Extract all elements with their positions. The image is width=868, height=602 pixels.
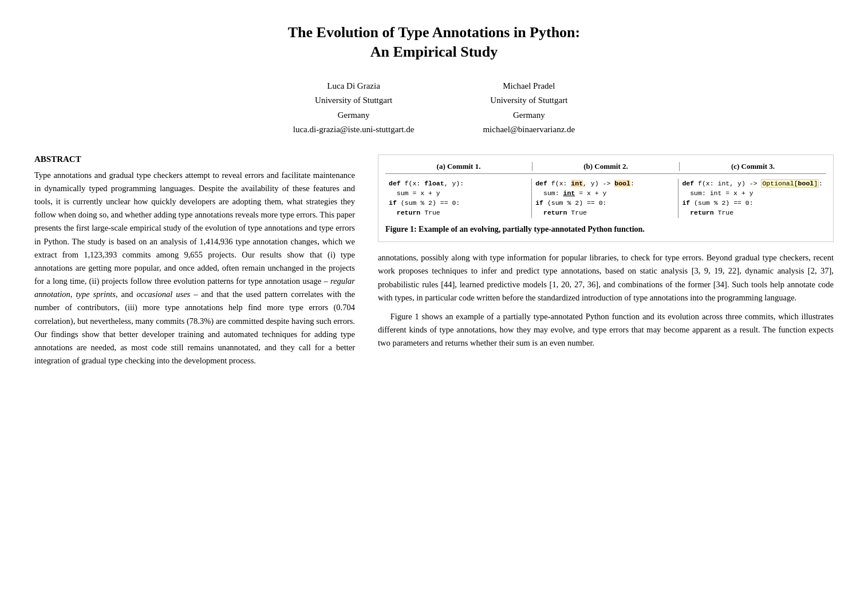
author-2-name: Michael Pradel [483, 79, 575, 94]
author-1-name: Luca Di Grazia [293, 79, 415, 94]
body-paragraph-1: annotations, possibly along with type in… [378, 251, 834, 304]
commit-a-label: (a) Commit 1. [385, 162, 532, 171]
figure-code-row: def f(x: float, y): sum = x + y if (sum … [385, 179, 826, 218]
author-1: Luca Di Grazia University of Stuttgart G… [293, 79, 415, 137]
author-1-country: Germany [293, 108, 415, 123]
figure-caption: Figure 1: Example of an evolving, partia… [385, 224, 826, 235]
figure-header-row: (a) Commit 1. (b) Commit 2. (c) Commit 3… [385, 162, 826, 174]
body-paragraph-2: Figure 1 shows an example of a partially… [378, 310, 834, 350]
author-2-email: michael@binaervarianz.de [483, 122, 575, 137]
author-2: Michael Pradel University of Stuttgart G… [483, 79, 575, 137]
figure-1: (a) Commit 1. (b) Commit 2. (c) Commit 3… [378, 155, 834, 243]
commit-3-code: def f(x: int, y) -> Optional[bool]: sum:… [678, 179, 826, 218]
abstract-heading: ABSTRACT [34, 155, 355, 164]
author-2-country: Germany [483, 108, 575, 123]
author-1-affiliation: University of Stuttgart [293, 93, 415, 108]
commit-b-label: (b) Commit 2. [532, 162, 680, 171]
author-1-email: luca.di-grazia@iste.uni-stuttgart.de [293, 122, 415, 137]
page-title: The Evolution of Type Annotations in Pyt… [34, 23, 834, 62]
commit-c-label: (c) Commit 3. [680, 162, 826, 171]
commit-1-code: def f(x: float, y): sum = x + y if (sum … [385, 179, 532, 218]
author-2-affiliation: University of Stuttgart [483, 93, 575, 108]
body-text: annotations, possibly along with type in… [378, 251, 834, 350]
commit-2-code: def f(x: int, y) -> bool: sum: int = x +… [532, 179, 678, 218]
abstract-body: Type annotations and gradual type checke… [34, 169, 355, 368]
